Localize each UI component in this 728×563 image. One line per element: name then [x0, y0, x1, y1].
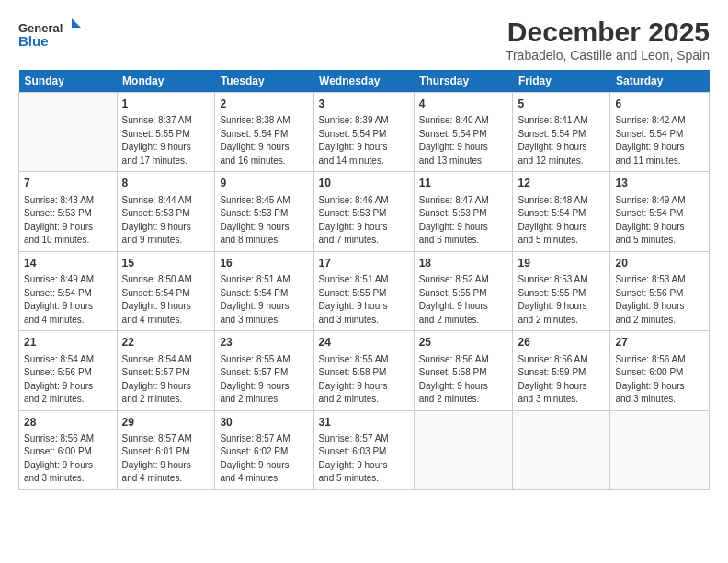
day-number: 12	[518, 176, 605, 191]
day-info: Sunrise: 8:55 AM Sunset: 5:58 PM Dayligh…	[319, 353, 409, 407]
header-cell-tuesday: Tuesday	[215, 70, 313, 93]
day-number: 23	[220, 335, 308, 350]
day-cell: 22Sunrise: 8:54 AM Sunset: 5:57 PM Dayli…	[117, 331, 215, 410]
week-row-5: 28Sunrise: 8:56 AM Sunset: 6:00 PM Dayli…	[19, 410, 710, 489]
day-info: Sunrise: 8:43 AM Sunset: 5:53 PM Dayligh…	[24, 194, 112, 247]
header-row: SundayMondayTuesdayWednesdayThursdayFrid…	[19, 70, 710, 93]
day-number: 1	[122, 97, 210, 112]
day-cell: 16Sunrise: 8:51 AM Sunset: 5:54 PM Dayli…	[215, 251, 313, 330]
day-info: Sunrise: 8:54 AM Sunset: 5:56 PM Dayligh…	[24, 353, 112, 407]
day-cell: 2Sunrise: 8:38 AM Sunset: 5:54 PM Daylig…	[215, 93, 313, 172]
calendar-table: SundayMondayTuesdayWednesdayThursdayFrid…	[18, 70, 710, 490]
day-info: Sunrise: 8:40 AM Sunset: 5:54 PM Dayligh…	[419, 114, 508, 167]
day-cell: 25Sunrise: 8:56 AM Sunset: 5:58 PM Dayli…	[414, 331, 513, 410]
day-number: 28	[24, 415, 112, 431]
day-info: Sunrise: 8:56 AM Sunset: 5:58 PM Dayligh…	[419, 353, 508, 407]
day-cell: 8Sunrise: 8:44 AM Sunset: 5:53 PM Daylig…	[117, 172, 215, 251]
day-cell: 17Sunrise: 8:51 AM Sunset: 5:55 PM Dayli…	[313, 251, 414, 330]
day-number: 30	[220, 415, 308, 431]
header-cell-sunday: Sunday	[19, 70, 118, 93]
svg-text:Blue: Blue	[18, 33, 49, 49]
day-cell: 18Sunrise: 8:52 AM Sunset: 5:55 PM Dayli…	[414, 251, 513, 330]
logo: General Blue	[18, 17, 83, 53]
day-number: 26	[518, 335, 605, 350]
day-info: Sunrise: 8:53 AM Sunset: 5:56 PM Dayligh…	[615, 273, 704, 327]
day-number: 21	[24, 335, 112, 350]
header: General Blue December 2025 Trabadelo, Ca…	[18, 17, 710, 63]
week-row-2: 7Sunrise: 8:43 AM Sunset: 5:53 PM Daylig…	[19, 172, 710, 251]
day-info: Sunrise: 8:56 AM Sunset: 5:59 PM Dayligh…	[518, 353, 605, 407]
day-info: Sunrise: 8:51 AM Sunset: 5:54 PM Dayligh…	[220, 273, 308, 327]
day-cell	[19, 93, 118, 172]
day-number: 25	[419, 335, 508, 350]
day-number: 22	[122, 335, 210, 350]
day-cell: 7Sunrise: 8:43 AM Sunset: 5:53 PM Daylig…	[19, 172, 118, 251]
day-number: 14	[24, 256, 112, 271]
day-cell: 23Sunrise: 8:55 AM Sunset: 5:57 PM Dayli…	[215, 331, 313, 410]
day-cell: 20Sunrise: 8:53 AM Sunset: 5:56 PM Dayli…	[610, 251, 710, 330]
day-cell: 5Sunrise: 8:41 AM Sunset: 5:54 PM Daylig…	[513, 93, 610, 172]
day-number: 29	[122, 415, 210, 431]
day-number: 7	[24, 176, 112, 191]
day-info: Sunrise: 8:49 AM Sunset: 5:54 PM Dayligh…	[24, 273, 112, 327]
day-cell: 30Sunrise: 8:57 AM Sunset: 6:02 PM Dayli…	[215, 410, 313, 489]
day-info: Sunrise: 8:57 AM Sunset: 6:01 PM Dayligh…	[122, 432, 210, 486]
day-cell: 11Sunrise: 8:47 AM Sunset: 5:53 PM Dayli…	[414, 172, 513, 251]
day-number: 3	[319, 97, 409, 112]
day-number: 5	[518, 97, 605, 112]
day-number: 4	[419, 97, 508, 112]
title-block: December 2025 Trabadelo, Castille and Le…	[506, 17, 710, 63]
day-number: 19	[518, 256, 605, 271]
day-number: 9	[220, 176, 308, 191]
day-cell: 15Sunrise: 8:50 AM Sunset: 5:54 PM Dayli…	[117, 251, 215, 330]
day-cell: 19Sunrise: 8:53 AM Sunset: 5:55 PM Dayli…	[513, 251, 610, 330]
location-title: Trabadelo, Castille and Leon, Spain	[506, 48, 710, 63]
day-info: Sunrise: 8:42 AM Sunset: 5:54 PM Dayligh…	[615, 114, 704, 167]
day-number: 11	[419, 176, 508, 191]
day-number: 8	[122, 176, 210, 191]
day-number: 24	[319, 335, 409, 350]
day-number: 18	[419, 256, 508, 271]
day-info: Sunrise: 8:56 AM Sunset: 6:00 PM Dayligh…	[615, 353, 704, 407]
day-cell: 27Sunrise: 8:56 AM Sunset: 6:00 PM Dayli…	[610, 331, 710, 410]
day-cell: 6Sunrise: 8:42 AM Sunset: 5:54 PM Daylig…	[610, 93, 710, 172]
day-info: Sunrise: 8:51 AM Sunset: 5:55 PM Dayligh…	[319, 273, 409, 327]
header-cell-monday: Monday	[117, 70, 215, 93]
day-cell	[610, 410, 710, 489]
day-number: 13	[615, 176, 704, 191]
day-number: 10	[319, 176, 409, 191]
page: General Blue December 2025 Trabadelo, Ca…	[0, 0, 728, 500]
day-cell: 13Sunrise: 8:49 AM Sunset: 5:54 PM Dayli…	[610, 172, 710, 251]
day-cell: 29Sunrise: 8:57 AM Sunset: 6:01 PM Dayli…	[117, 410, 215, 489]
day-cell: 24Sunrise: 8:55 AM Sunset: 5:58 PM Dayli…	[313, 331, 414, 410]
day-number: 17	[319, 256, 409, 271]
day-info: Sunrise: 8:44 AM Sunset: 5:53 PM Dayligh…	[122, 194, 210, 247]
day-info: Sunrise: 8:54 AM Sunset: 5:57 PM Dayligh…	[122, 353, 210, 407]
day-info: Sunrise: 8:52 AM Sunset: 5:55 PM Dayligh…	[419, 273, 508, 327]
svg-marker-1	[72, 18, 81, 28]
day-info: Sunrise: 8:41 AM Sunset: 5:54 PM Dayligh…	[518, 114, 605, 167]
day-number: 16	[220, 256, 308, 271]
day-info: Sunrise: 8:47 AM Sunset: 5:53 PM Dayligh…	[419, 194, 508, 247]
day-info: Sunrise: 8:45 AM Sunset: 5:53 PM Dayligh…	[220, 194, 308, 247]
day-cell: 26Sunrise: 8:56 AM Sunset: 5:59 PM Dayli…	[513, 331, 610, 410]
day-number: 2	[220, 97, 308, 112]
day-info: Sunrise: 8:53 AM Sunset: 5:55 PM Dayligh…	[518, 273, 605, 327]
day-info: Sunrise: 8:39 AM Sunset: 5:54 PM Dayligh…	[319, 114, 409, 167]
day-cell: 9Sunrise: 8:45 AM Sunset: 5:53 PM Daylig…	[215, 172, 313, 251]
day-cell: 4Sunrise: 8:40 AM Sunset: 5:54 PM Daylig…	[414, 93, 513, 172]
day-info: Sunrise: 8:37 AM Sunset: 5:55 PM Dayligh…	[122, 114, 210, 167]
header-cell-friday: Friday	[513, 70, 610, 93]
logo-svg: General Blue	[18, 17, 83, 53]
day-cell: 31Sunrise: 8:57 AM Sunset: 6:03 PM Dayli…	[313, 410, 414, 489]
day-cell	[414, 410, 513, 489]
day-info: Sunrise: 8:46 AM Sunset: 5:53 PM Dayligh…	[319, 194, 409, 247]
day-info: Sunrise: 8:50 AM Sunset: 5:54 PM Dayligh…	[122, 273, 210, 327]
week-row-4: 21Sunrise: 8:54 AM Sunset: 5:56 PM Dayli…	[19, 331, 710, 410]
day-number: 20	[615, 256, 704, 271]
day-cell	[513, 410, 610, 489]
day-cell: 12Sunrise: 8:48 AM Sunset: 5:54 PM Dayli…	[513, 172, 610, 251]
day-info: Sunrise: 8:49 AM Sunset: 5:54 PM Dayligh…	[615, 194, 704, 247]
day-info: Sunrise: 8:48 AM Sunset: 5:54 PM Dayligh…	[518, 194, 605, 247]
day-info: Sunrise: 8:56 AM Sunset: 6:00 PM Dayligh…	[24, 432, 112, 486]
